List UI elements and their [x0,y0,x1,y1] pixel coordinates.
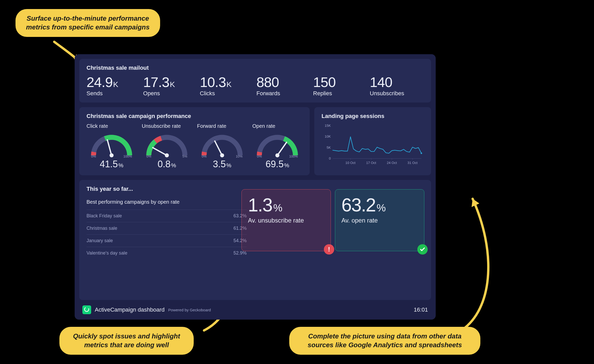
open-rate-card: 63.2% Av. open rate [335,189,424,251]
stat-sends: 24.9K Sends [87,75,140,97]
stat-forwards: 880 Forwards [256,75,310,97]
svg-point-16 [421,153,422,154]
gauge-click-rate: Click rate 0%100% 41.5% [87,123,137,170]
stat-clicks: 10.3K Clicks [200,75,254,97]
sessions-title: Landing page sessions [322,113,424,120]
sessions-line-chart: 15K10K5K0 10 Oct17 Oct24 Oct31 Oct [322,123,424,167]
callout-bottom-left: Quickly spot issues and highlight metric… [59,327,194,355]
alert-icon: ! [324,244,334,255]
svg-text:10 Oct: 10 Oct [346,161,356,164]
table-row: Black Friday sale63.2% [87,210,247,222]
sessions-card: Landing page sessions 15K10K5K0 10 Oct17… [314,107,431,175]
stat-replies: 150 Replies [313,75,367,97]
svg-line-8 [215,141,222,155]
open-label: Av. open rate [341,217,418,224]
table-row: Christmas sale61.2% [87,222,247,234]
table-row: January sale54.2% [87,234,247,247]
gauges-card: Christmas sale campaign performance Clic… [79,107,310,175]
mailout-card: Christmas sale mailout 24.9K Sends17.3K … [79,59,431,102]
svg-text:17 Oct: 17 Oct [366,161,376,164]
table-row: Valentine's day sale52.9% [87,247,247,259]
gauge-forward-rate: Forward rate 0%10% 3.5% [197,123,247,170]
unsub-value: 1.3 [248,195,272,215]
footer-powered: Powered by Geckoboard [168,308,211,312]
svg-text:5K: 5K [327,145,331,149]
svg-line-10 [277,142,287,155]
callout-top: Surface up-to-the-minute performance met… [15,9,160,37]
stat-opens: 17.3K Opens [143,75,197,97]
open-value: 63.2 [341,195,376,215]
svg-text:15K: 15K [325,124,331,128]
unsubscribe-rate-card: 1.3% Av. unsubscribe rate ! [241,189,331,251]
footer-title: ActiveCampaign dashboard [95,306,165,313]
svg-text:31 Oct: 31 Oct [408,161,418,164]
mailout-title: Christmas sale mailout [87,65,424,71]
svg-text:0: 0 [329,156,331,160]
unsub-label: Av. unsubscribe rate [248,217,324,224]
gauges-title: Christmas sale campaign performance [87,113,302,120]
footer-time: 16:01 [414,306,428,313]
dashboard-footer: ActiveCampaign dashboard Powered by Geck… [79,305,431,315]
svg-text:24 Oct: 24 Oct [387,161,397,164]
svg-text:10K: 10K [325,134,331,138]
callout-bottom-right: Complete the picture using data from oth… [289,327,480,355]
activecampaign-logo-icon [82,305,91,314]
gauge-unsubscribe-rate: Unsubscribe rate 0%5% 0.8% [142,123,192,170]
arrow-icon [444,191,501,330]
year-card: This year so far... Best performing camp… [79,180,431,300]
stat-unsubscribes: 140 Unsubscribes [370,75,424,97]
svg-line-6 [153,148,167,155]
check-icon [417,244,428,255]
gauge-open-rate: Open rate 0%100% 69.5% [252,123,302,170]
svg-line-4 [107,140,112,155]
dashboard-panel: Christmas sale mailout 24.9K Sends17.3K … [75,54,436,320]
